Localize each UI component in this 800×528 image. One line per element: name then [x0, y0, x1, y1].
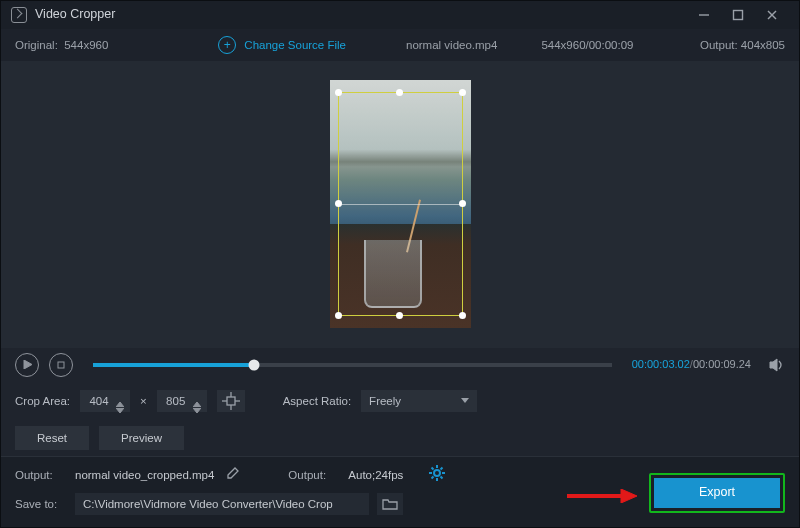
action-row: Reset Preview	[1, 420, 799, 456]
svg-marker-4	[24, 360, 32, 369]
video-cropper-window: Video Cropper Original: 544x960 + Change…	[0, 0, 800, 528]
crop-area-label: Crop Area:	[15, 393, 70, 409]
reset-button[interactable]: Reset	[15, 426, 89, 450]
crop-height-input[interactable]: 805	[157, 390, 207, 412]
total-time: 00:00:09.24	[693, 358, 751, 370]
save-to-label: Save to:	[15, 496, 67, 512]
width-down[interactable]	[116, 401, 124, 407]
time-display: 00:00:03.02/00:00:09.24	[632, 357, 751, 372]
play-button[interactable]	[15, 353, 39, 377]
save-path-dropdown[interactable]: C:\Vidmore\Vidmore Video Converter\Video…	[75, 493, 369, 515]
format-settings-button[interactable]	[429, 465, 445, 485]
svg-point-16	[434, 470, 440, 476]
crop-width-input[interactable]: 404	[80, 390, 130, 412]
svg-rect-1	[734, 11, 743, 20]
video-frame[interactable]	[330, 80, 471, 328]
close-button[interactable]	[755, 1, 789, 29]
change-source-button[interactable]: + Change Source File	[218, 36, 346, 54]
open-folder-button[interactable]	[377, 493, 403, 515]
aspect-ratio-label: Aspect Ratio:	[283, 393, 351, 409]
original-dimensions: Original: 544x960	[15, 37, 108, 53]
app-logo-icon	[11, 7, 27, 23]
crop-guide-line	[339, 204, 462, 205]
export-highlight: Export	[649, 473, 785, 513]
output-dimensions: Output: 404x805	[700, 37, 785, 53]
info-strip: Original: 544x960 + Change Source File n…	[1, 29, 799, 61]
svg-marker-10	[193, 408, 201, 413]
crop-handle-mr[interactable]	[459, 200, 466, 207]
stop-button[interactable]	[49, 353, 73, 377]
app-title: Video Cropper	[35, 6, 115, 24]
maximize-button[interactable]	[721, 1, 755, 29]
source-filename: normal video.mp4	[406, 37, 497, 53]
rename-button[interactable]	[226, 466, 240, 484]
aspect-ratio-value: Freely	[369, 393, 401, 409]
output-file-label: Output:	[15, 467, 67, 483]
preview-button[interactable]: Preview	[99, 426, 184, 450]
crop-handle-tc[interactable]	[396, 89, 403, 96]
svg-marker-8	[116, 408, 124, 413]
save-path-value: C:\Vidmore\Vidmore Video Converter\Video…	[83, 496, 333, 512]
title-bar: Video Cropper	[1, 1, 799, 29]
timeline-progress	[93, 363, 254, 367]
change-source-label: Change Source File	[244, 37, 346, 53]
crop-handle-tl[interactable]	[335, 89, 342, 96]
minimize-button[interactable]	[687, 1, 721, 29]
crop-handle-bl[interactable]	[335, 312, 342, 319]
output-format-label: Output:	[288, 467, 340, 483]
svg-rect-5	[58, 362, 64, 368]
svg-marker-6	[770, 359, 777, 371]
crop-handle-tr[interactable]	[459, 89, 466, 96]
source-meta: 544x960/00:00:09	[541, 37, 633, 53]
dimension-separator: ×	[140, 393, 147, 409]
crop-width-value: 404	[86, 393, 112, 409]
crop-handle-ml[interactable]	[335, 200, 342, 207]
timeline-knob[interactable]	[248, 359, 259, 370]
height-down[interactable]	[193, 401, 201, 407]
crop-controls: Crop Area: 404 × 805 Aspect Ratio:	[1, 382, 799, 420]
volume-button[interactable]	[769, 358, 785, 372]
crop-handle-br[interactable]	[459, 312, 466, 319]
aspect-ratio-dropdown[interactable]: Freely	[361, 390, 477, 412]
output-format-value: Auto;24fps	[348, 467, 403, 483]
crop-rectangle[interactable]	[338, 92, 463, 316]
chevron-down-icon	[461, 398, 469, 403]
preview-pane	[1, 61, 799, 348]
export-button[interactable]: Export	[654, 478, 780, 508]
svg-rect-15	[227, 397, 235, 405]
timeline-slider[interactable]	[93, 363, 612, 367]
playback-bar: 00:00:03.02/00:00:09.24	[1, 348, 799, 382]
plus-circle-icon: +	[218, 36, 236, 54]
output-panel: Output: normal video_cropped.mp4 Output:…	[1, 457, 799, 527]
crop-height-value: 805	[163, 393, 189, 409]
center-crop-button[interactable]	[217, 390, 245, 412]
output-filename: normal video_cropped.mp4	[75, 467, 214, 483]
current-time: 00:00:03.02	[632, 358, 690, 370]
